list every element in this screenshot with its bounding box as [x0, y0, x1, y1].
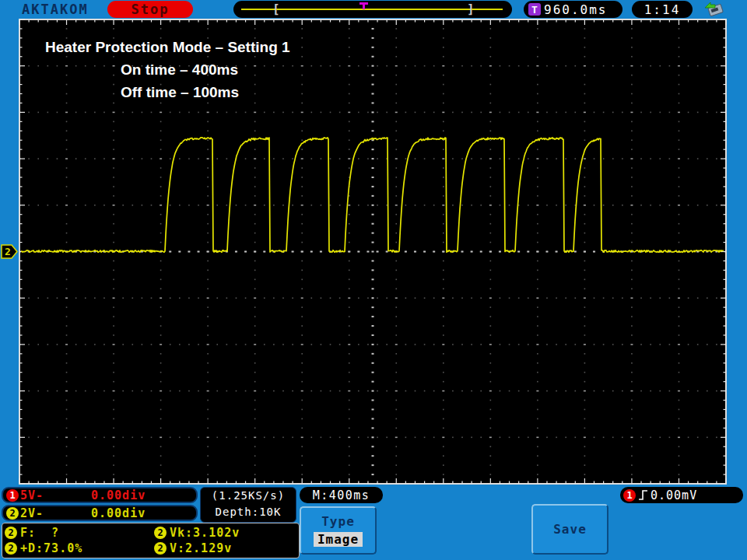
channel2-scale: 2V-: [20, 506, 44, 520]
measurement-duty: 2 +D:73.0%: [5, 541, 154, 555]
channel2-number-icon: 2: [6, 507, 19, 520]
channel1-info-box: 1 5V- 0.00div: [2, 487, 198, 503]
trigger-time-value: 960.0ms: [544, 2, 607, 17]
annotation-text: Heater Protection Mode – Setting 1 On ti…: [45, 36, 290, 103]
type-button-label: Type: [321, 514, 355, 529]
brand-logo: AKTAKOM: [22, 2, 89, 17]
clock-badge: 1:14: [632, 1, 693, 18]
channel1-scale: 5V-: [20, 488, 44, 502]
measurement-value: Vk:3.102v: [170, 526, 240, 540]
trigger-level-badge: 1 0.00mV: [620, 487, 743, 503]
annotation-line1: Heater Protection Mode – Setting 1: [45, 36, 290, 58]
usb-storage-icon: [703, 0, 726, 18]
trigger-source-icon: 1: [623, 489, 636, 502]
save-button[interactable]: Save: [531, 504, 608, 555]
measurement-value: +D:73.0%: [20, 541, 82, 555]
oscilloscope-display: Heater Protection Mode – Setting 1 On ti…: [19, 19, 727, 485]
annotation-line3: Off time – 100ms: [45, 81, 290, 103]
trigger-t-icon: T: [528, 3, 541, 16]
trigger-time-badge: T 960.0ms: [524, 1, 622, 18]
timebase-badge: M:400ms: [300, 487, 383, 503]
measurement-value: F: ?: [20, 526, 59, 540]
type-button-value: Image: [314, 532, 363, 547]
window-right-bracket: ]: [467, 2, 475, 16]
trigger-position-icon: [359, 2, 368, 9]
acquisition-state-badge: Stop: [107, 1, 193, 18]
window-left-bracket: [: [272, 2, 280, 16]
type-button[interactable]: Type Image: [300, 506, 377, 555]
trigger-level-value: 0.00mV: [651, 488, 697, 502]
memory-depth: Depth:10K: [201, 504, 296, 520]
timebase-value: M:400ms: [313, 488, 370, 502]
measurement-channel-icon: 2: [154, 542, 167, 555]
measurements-box: 2 F: ? 2 Vk:3.102v 2 +D:73.0% 2 V:2.129v: [2, 523, 300, 558]
measurement-channel-icon: 2: [154, 527, 167, 539]
record-position-indicator: [ ]: [233, 1, 512, 18]
measurement-v: 2 V:2.129v: [154, 541, 296, 555]
channel2-offset: 0.00div: [91, 506, 146, 520]
annotation-line2: On time – 400ms: [45, 58, 290, 81]
acquisition-state-label: Stop: [132, 2, 170, 17]
measurement-frequency: 2 F: ?: [5, 526, 154, 540]
measurement-channel-icon: 2: [5, 527, 17, 539]
channel2-info-box: 2 2V- 0.00div: [2, 505, 198, 521]
measurement-vk: 2 Vk:3.102v: [154, 526, 296, 540]
save-button-label: Save: [553, 522, 587, 537]
acquisition-info-box: (1.25KS/s) Depth:10K: [200, 487, 296, 523]
channel1-number-icon: 1: [6, 489, 19, 502]
channel2-marker-label: 2: [5, 246, 11, 257]
measurement-channel-icon: 2: [5, 542, 17, 555]
rising-edge-icon: [638, 489, 648, 501]
record-line: [241, 9, 503, 10]
sample-rate: (1.25KS/s): [201, 488, 296, 504]
channel1-offset: 0.00div: [91, 488, 146, 502]
measurement-value: V:2.129v: [170, 541, 232, 555]
channel2-position-marker[interactable]: 2: [1, 244, 18, 259]
clock-value: 1:14: [644, 2, 681, 17]
